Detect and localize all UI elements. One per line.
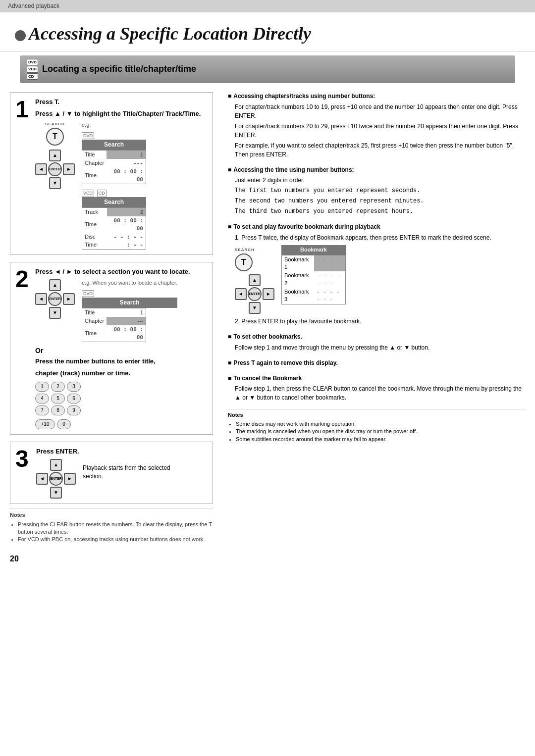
numpad-btn-6[interactable]: 6 [67, 394, 81, 403]
dpad-left-bm[interactable]: ◄ [235, 288, 247, 300]
step2-diagram: ▲ ◄ ENTER ► ▼ e.g. When you want to loca… [35, 279, 208, 342]
dpad-right-s2[interactable]: ► [63, 293, 75, 305]
right-section4-para: Follow step 1 and move through the menu … [235, 343, 525, 352]
dpad-up-bm[interactable]: ▲ [249, 274, 261, 286]
right-notes-title: Notes [228, 411, 525, 419]
numpad-btn-4[interactable]: 4 [35, 394, 49, 403]
dpad-up-s3[interactable]: ▲ [50, 459, 62, 471]
row-label: Time [82, 325, 107, 342]
section-title: Locating a specific title/chapter/time [42, 63, 196, 75]
badge-dvd: DVD [27, 59, 38, 65]
right-section1-heading: Accessing chapters/tracks using number b… [228, 92, 525, 101]
top-bar-label: Advanced playback [8, 2, 59, 9]
search-header-vcd: Search [82, 197, 146, 207]
dpad-down-bm[interactable]: ▼ [249, 302, 261, 314]
numpad-btn-1[interactable]: 1 [35, 382, 49, 392]
eg-label-s2: e.g. When you want to locate a chapter. [82, 279, 177, 287]
badge-cd: CD [27, 73, 38, 80]
row-val: 2 [107, 208, 146, 217]
list-item: For VCD with PBC on, accessing tracks us… [18, 536, 213, 543]
right-section1-p1: For chapter/track numbers 10 to 19, pres… [235, 102, 525, 120]
search-header-dvd: Search [82, 140, 146, 150]
dpad-center-bm[interactable]: ENTER [248, 287, 262, 301]
right-section2: Accessing the time using number buttons:… [228, 166, 525, 216]
step3-line1: Press ENTER. [36, 448, 79, 455]
row-label: Time [82, 216, 107, 233]
row-label: Bookmark 1 [282, 255, 314, 271]
right-section4: To set other bookmarks. Follow step 1 an… [228, 333, 525, 352]
row-label: Title [82, 308, 107, 317]
step3-content: Press ENTER. ▲ ◄ ENTER ► ▼ Playback star… [36, 447, 172, 499]
table-row: Title 1 [82, 308, 146, 317]
step3-desc: Playback starts from the selected sectio… [83, 464, 172, 481]
dpad-right-s3[interactable]: ► [64, 473, 76, 485]
row-val: 1 [107, 308, 146, 317]
notes1-list: Pressing the CLEAR button resets the num… [10, 521, 213, 544]
dpad-up-s1[interactable]: ▲ [49, 150, 61, 161]
section-header: DVD VCD CD Locating a specific title/cha… [20, 55, 515, 83]
dpad-left-s3[interactable]: ◄ [36, 473, 48, 485]
row-val: 00 : 00 : 00 [107, 167, 146, 184]
row-label: Title [82, 150, 107, 159]
t-button-bm[interactable]: T [235, 253, 253, 271]
search-tables-s1: e.g. DVD Search Title 1 [82, 121, 146, 250]
row-val: - - - - - - - [314, 288, 346, 304]
numpad-btn-9[interactable]: 9 [67, 405, 81, 415]
step2-number: 2 [15, 267, 30, 429]
dpad-left-s2[interactable]: ◄ [35, 293, 47, 305]
step2-content: Press ◄ / ► to select a section you want… [35, 267, 208, 429]
row-val: - - - - - - - [314, 255, 346, 271]
step3-inner: 3 Press ENTER. ▲ ◄ ENTER ► ▼ Playback st… [15, 447, 208, 499]
table-row: Time 00 : 00 : 00 [82, 167, 146, 184]
step2-block: 2 Press ◄ / ► to select a section you wa… [10, 262, 213, 435]
numpad-btn-7[interactable]: 7 [35, 405, 49, 415]
table-row: Time 00 : 00 : 00 [82, 325, 146, 342]
dpad-center-s1[interactable]: ENTER [48, 162, 62, 176]
row-label: Bookmark 2 [282, 271, 314, 288]
section-badges: DVD VCD CD [27, 59, 38, 80]
step3-block: 3 Press ENTER. ▲ ◄ ENTER ► ▼ Playback st… [10, 442, 213, 504]
numpad-btn-plus10[interactable]: +10 [35, 419, 55, 429]
row-val: --- [107, 159, 146, 167]
list-item: Some discs may not work with marking ope… [236, 420, 525, 428]
list-item: Some subtitles recorded around the marke… [236, 436, 525, 443]
dpad-down-s3[interactable]: ▼ [50, 487, 62, 499]
numpad: 1 2 3 4 5 6 7 8 9 [35, 382, 208, 415]
row-label: Chapter [82, 317, 107, 325]
numpad-extras: +10 0 [35, 419, 208, 429]
left-column: 1 Press T. Press ▲ / ▼ to highlight the … [10, 92, 223, 544]
dpad-left-s1[interactable]: ◄ [35, 163, 47, 175]
bookmark-header: Bookmark [281, 245, 346, 254]
or-block: Or Press the number buttons to enter tit… [35, 346, 208, 429]
t-button-s1[interactable]: T [46, 128, 64, 146]
dpad-down-s2[interactable]: ▼ [49, 307, 61, 319]
right-section1-p3: For example, if you want to select chapt… [235, 141, 525, 159]
right-section5-heading: Press T again to remove this display. [228, 359, 525, 367]
dpad-up-s2[interactable]: ▲ [49, 279, 61, 291]
right-section1: Accessing chapters/tracks using number b… [228, 92, 525, 159]
numpad-btn-0[interactable]: 0 [57, 419, 71, 429]
dpad-down-s1[interactable]: ▼ [49, 177, 61, 189]
numpad-btn-8[interactable]: 8 [51, 405, 65, 415]
row-val: 1 [107, 150, 146, 159]
page-title-area: Accessing a Specific Location Directly [0, 12, 535, 51]
right-section6-heading: To cancel the Bookmark [228, 374, 525, 383]
numpad-btn-2[interactable]: 2 [51, 382, 65, 392]
numpad-btn-3[interactable]: 3 [67, 382, 81, 392]
dpad-center-s3[interactable]: ENTER [49, 472, 63, 486]
row-label: Time [82, 167, 107, 184]
bookmark-t-area: SEARCH T ▲ ◄ ENTER ► ▼ [235, 245, 274, 314]
dpad-right-s1[interactable]: ► [63, 163, 75, 175]
main-content: 1 Press T. Press ▲ / ▼ to highlight the … [0, 87, 535, 549]
search-block-s2: e.g. When you want to locate a chapter. … [82, 279, 177, 342]
or-line2: chapter (track) number or time. [35, 369, 130, 377]
step1-diagram: SEARCH T ▲ ◄ ENTER ► ▼ [35, 121, 208, 250]
step3-number: 3 [15, 447, 30, 471]
numpad-btn-5[interactable]: 5 [51, 394, 65, 403]
right-section2-p2: The first two numbers you entered repres… [235, 186, 525, 195]
right-section6: To cancel the Bookmark Follow step 1, th… [228, 374, 525, 403]
table-row: Bookmark 2 - - - - - - - [282, 271, 346, 288]
dpad-center-s2[interactable]: ENTER [48, 292, 62, 306]
row-label: Bookmark 3 [282, 288, 314, 304]
dpad-right-bm[interactable]: ► [263, 288, 274, 300]
